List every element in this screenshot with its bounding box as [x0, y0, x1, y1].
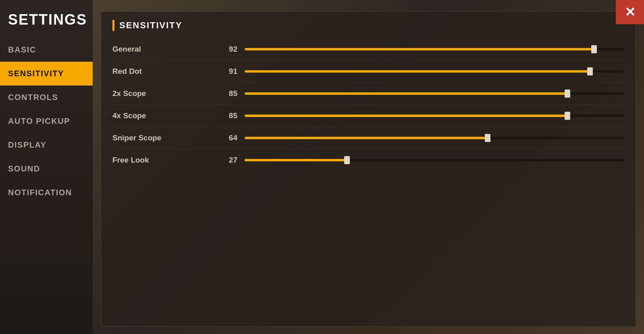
slider-value-free-look: 27 — [217, 156, 237, 165]
slider-value-general: 92 — [217, 45, 237, 54]
slider-track-fill-2x-scope — [245, 92, 567, 95]
slider-label-sniper-scope: Sniper Scope — [112, 134, 217, 142]
slider-row-sniper-scope: Sniper Scope64 — [112, 127, 624, 149]
slider-value-4x-scope: 85 — [217, 111, 237, 120]
settings-panel: SENSITIVITY General92Red Dot912x Scope85… — [101, 11, 636, 327]
close-icon: ✕ — [625, 6, 636, 19]
slider-label-4x-scope: 4x Scope — [112, 111, 217, 120]
panel-title-accent-bar — [112, 20, 114, 31]
slider-thumb-sniper-scope[interactable] — [485, 134, 490, 142]
sidebar-item-basic[interactable]: BASIC — [0, 38, 93, 62]
slider-track-fill-red-dot — [245, 70, 590, 73]
slider-row-red-dot: Red Dot91 — [112, 61, 624, 83]
sidebar-item-controls[interactable]: CONTROLS — [0, 86, 93, 109]
slider-track-sniper-scope[interactable] — [245, 136, 624, 140]
sidebar: SETTINGS BASICSENSITIVITYCONTROLSAUTO PI… — [0, 0, 93, 334]
slider-thumb-red-dot[interactable] — [587, 67, 593, 75]
sliders-container: General92Red Dot912x Scope854x Scope85Sn… — [112, 38, 624, 171]
sidebar-item-sound[interactable]: SOUND — [0, 157, 93, 181]
app-title: SETTINGS — [0, 4, 93, 38]
panel-title-row: SENSITIVITY — [112, 20, 624, 31]
close-button[interactable]: ✕ — [616, 0, 644, 24]
slider-label-free-look: Free Look — [112, 156, 217, 165]
sidebar-item-auto-pickup[interactable]: AUTO PICKUP — [0, 109, 93, 133]
slider-value-2x-scope: 85 — [217, 89, 237, 98]
slider-track-free-look[interactable] — [245, 158, 624, 162]
panel-title-text: SENSITIVITY — [119, 20, 182, 31]
slider-row-4x-scope: 4x Scope85 — [112, 105, 624, 127]
slider-track-fill-free-look — [245, 159, 347, 161]
slider-value-sniper-scope: 64 — [217, 134, 237, 142]
slider-track-red-dot[interactable] — [245, 69, 624, 73]
slider-thumb-4x-scope[interactable] — [565, 112, 570, 120]
main-content: ✕ SENSITIVITY General92Red Dot912x Scope… — [93, 0, 644, 334]
slider-thumb-2x-scope[interactable] — [565, 90, 570, 98]
slider-label-2x-scope: 2x Scope — [112, 89, 217, 98]
slider-track-2x-scope[interactable] — [245, 92, 624, 96]
slider-row-2x-scope: 2x Scope85 — [112, 83, 624, 105]
slider-thumb-general[interactable] — [591, 45, 597, 53]
slider-track-fill-general — [245, 48, 594, 50]
sidebar-item-notification[interactable]: NOTIFICATION — [0, 181, 93, 205]
slider-thumb-free-look[interactable] — [344, 156, 350, 164]
slider-track-fill-4x-scope — [245, 115, 567, 117]
slider-track-general[interactable] — [245, 47, 624, 51]
slider-value-red-dot: 91 — [217, 67, 237, 76]
sidebar-item-display[interactable]: DISPLAY — [0, 133, 93, 157]
slider-track-fill-sniper-scope — [245, 137, 488, 139]
sidebar-item-sensitivity[interactable]: SENSITIVITY — [0, 62, 93, 86]
slider-label-red-dot: Red Dot — [112, 67, 217, 76]
slider-row-general: General92 — [112, 38, 624, 61]
slider-label-general: General — [112, 45, 217, 54]
slider-row-free-look: Free Look27 — [112, 149, 624, 171]
slider-track-4x-scope[interactable] — [245, 114, 624, 118]
